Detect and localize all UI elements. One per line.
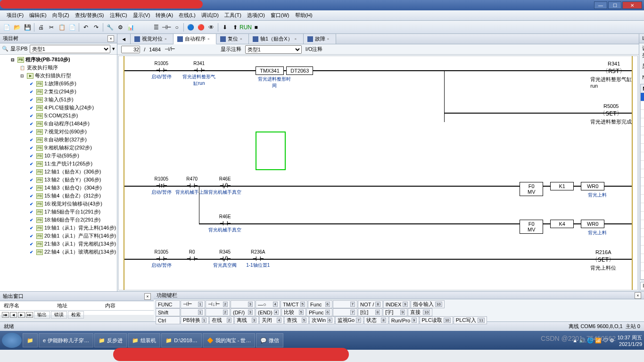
filter-icon[interactable]: 🔍 xyxy=(2,46,8,52)
comment-type-select[interactable]: 类型1 xyxy=(245,45,302,54)
panel-close-icon[interactable]: × xyxy=(107,35,114,42)
contact-icon[interactable]: ⊣⊢ xyxy=(162,23,171,32)
tree-item-8[interactable]: ✔PB9:相机轴标定(292步) xyxy=(1,144,116,152)
menu-options[interactable]: 选项(O) xyxy=(244,12,268,19)
func-key-2-0[interactable]: Ctrl xyxy=(156,316,180,324)
func-key-1-5[interactable]: 比较5 xyxy=(281,308,306,316)
tree-scan-type[interactable]: ⊟▶每次扫描执行型 xyxy=(1,72,116,80)
dropdown-icon[interactable]: ▾ xyxy=(112,46,115,52)
func-key-0-1[interactable]: ⊣⊢1 xyxy=(181,300,205,308)
func-key-0-3[interactable]: 3 xyxy=(231,300,255,308)
tree-item-7[interactable]: ✔PB8:自动映射(327步) xyxy=(1,136,116,144)
func-key-1-7[interactable]: 7 xyxy=(333,308,357,316)
contact-r0[interactable]: R0⊣ ⊢ xyxy=(178,249,206,262)
io-row[interactable]: 50A1从站5轴故障 xyxy=(641,178,644,186)
menu-online[interactable]: 在线(L) xyxy=(176,12,198,19)
task-taobao[interactable]: 🔶 我的淘宝 - 世… xyxy=(203,333,256,347)
open-icon[interactable]: 📂 xyxy=(12,23,22,32)
tab-visual[interactable]: 视觉对位× xyxy=(131,34,173,44)
menu-window[interactable]: 窗口(W) xyxy=(268,12,292,19)
func-key-1-1[interactable]: 1 xyxy=(181,308,205,316)
func-key-0-0[interactable]: FUNC xyxy=(156,300,180,308)
tab-fault[interactable]: 故障× xyxy=(304,34,336,44)
func-key-1-6[interactable]: PFunc6 xyxy=(306,308,332,316)
tree-root[interactable]: ⊟PB程序块(PB-7810步) xyxy=(1,56,116,64)
output-first-icon[interactable]: ⏮ xyxy=(2,312,9,318)
tree-item-0[interactable]: ✔PB1:故障(695步) xyxy=(1,80,116,88)
func-key-1-9[interactable]: [字]9 xyxy=(383,308,407,316)
io-row[interactable]: 509玻璃相机1从站4轴故障 xyxy=(641,169,644,178)
io-row[interactable]: *50F胶带步进2从站4轴故障 xyxy=(641,220,644,229)
contact-r236a[interactable]: R236A⊣ ⊢1-1轴位置1 xyxy=(244,249,272,269)
tab-axis1[interactable]: 轴1（贴合X）× xyxy=(249,34,303,44)
io-row[interactable]: *500X轴故障 xyxy=(641,93,644,101)
func-f0mv[interactable]: F0 MV xyxy=(520,182,543,196)
func-key-2-3[interactable]: 离线3 xyxy=(234,316,259,324)
tab-auto[interactable]: 自动程序× xyxy=(173,34,216,44)
func-key-2-8[interactable]: 状态8 xyxy=(364,316,388,324)
funckey-close-icon[interactable]: × xyxy=(635,292,641,299)
func-key-2-2[interactable]: 在线2 xyxy=(209,316,234,324)
tree-item-11[interactable]: ✔PB12:轴1（贴合X）(306步) xyxy=(1,168,116,176)
project-tree[interactable]: ⊟PB程序块(PB-7810步) 📋更改执行顺序 ⊟▶每次扫描执行型 ✔PB1:… xyxy=(0,55,117,291)
tree-item-4[interactable]: ✔PB5:COM(251步) xyxy=(1,112,116,120)
copy-icon[interactable]: 📋 xyxy=(57,23,66,32)
func-key-0-9[interactable]: INDEX9 xyxy=(383,300,410,308)
io-row[interactable]: 5112从站6轴故障 xyxy=(641,237,644,246)
maximize-button[interactable]: ☐ xyxy=(608,1,621,9)
coil-icon[interactable]: ○ xyxy=(172,23,182,32)
contact-r470[interactable]: R470⊣ ⊢背光机械手上限 xyxy=(178,176,206,196)
monitor-icon[interactable]: 👁 xyxy=(206,23,216,32)
func-key-2-1[interactable]: PB转换1 xyxy=(181,316,209,324)
io-row[interactable]: *516背光机械手左上下异常 xyxy=(641,280,644,280)
io-row[interactable]: *503Z轴故障 xyxy=(641,118,644,127)
func-f0mv-2[interactable]: F0 MV xyxy=(520,220,543,234)
func-wr0-2[interactable]: WR0 xyxy=(581,220,604,228)
contact-r46e[interactable]: R46E⊣/⊢背光机械手真空 xyxy=(211,176,239,196)
io-row[interactable]: *515对位NG xyxy=(641,271,644,280)
step-pos-input[interactable] xyxy=(121,46,140,53)
func-k1[interactable]: K1 xyxy=(550,182,574,190)
tab-reset[interactable]: 复位× xyxy=(216,34,249,44)
func-key-2-5[interactable]: 查找5 xyxy=(284,316,309,324)
io-row[interactable]: 50B1从站6轴故障 xyxy=(641,186,644,195)
io-comment-label[interactable]: I/O注释 xyxy=(305,46,323,53)
tree-item-16[interactable]: ✔PB17:轴5贴合平台1(291步) xyxy=(1,208,116,216)
tree-item-13[interactable]: ✔PB14:轴3（贴合Q）(304步) xyxy=(1,184,116,192)
redo-icon[interactable]: ↷ xyxy=(91,23,101,32)
cut-icon[interactable]: ✂ xyxy=(47,23,56,32)
tool3-icon[interactable]: 📊 xyxy=(126,23,135,32)
menu-comment[interactable]: 注释(C) xyxy=(107,12,130,19)
tree-item-2[interactable]: ✔PB3:输入(51步) xyxy=(1,96,116,104)
io-row[interactable]: 5102从站5轴故障 xyxy=(641,229,644,237)
tree-item-21[interactable]: ✔PB22:轴4（从1）玻璃相机(134步) xyxy=(1,248,116,256)
func-key-1-8[interactable]: [位]8 xyxy=(358,308,382,316)
func-key-1-3[interactable]: (DF/)3 xyxy=(231,308,255,316)
io-row[interactable]: *512急停 xyxy=(641,246,644,254)
close-button[interactable]: ✕ xyxy=(622,1,642,9)
task-app1[interactable]: 📁 反步进 xyxy=(94,333,127,347)
func-key-0-8[interactable]: NOT /8 xyxy=(358,300,383,308)
func-key-2-11[interactable]: PLC写入11 xyxy=(454,316,487,324)
menu-debug[interactable]: 调试(D) xyxy=(198,12,222,19)
func-key-2-9[interactable]: Run/Pro9 xyxy=(389,316,419,324)
io-row[interactable]: *502Q轴故障 xyxy=(641,110,644,118)
tree-item-3[interactable]: ✔PB4:PLC链接输入(24步) xyxy=(1,104,116,112)
tree-item-15[interactable]: ✔PB16:视觉对位轴移动(43步) xyxy=(1,200,116,208)
print-icon[interactable]: 🖨 xyxy=(36,23,46,32)
task-wechat[interactable]: 💬 微信 xyxy=(256,333,283,347)
contact-r341[interactable]: R341⊣ ⊢背光进料整形气缸run xyxy=(185,61,213,87)
output-next-icon[interactable]: ► xyxy=(18,312,25,318)
task-app3[interactable]: 📁 D:\2018… xyxy=(161,333,202,347)
run-icon[interactable]: RUN xyxy=(241,23,250,32)
subbar-icon[interactable]: ⊣/⊢ xyxy=(165,46,175,52)
io-row[interactable]: *506背光上料1轴故障 xyxy=(641,144,644,152)
task-ie[interactable]: e 伊能静称儿子穿… xyxy=(39,333,93,347)
func-key-1-2[interactable]: 2 xyxy=(206,308,230,316)
io-row[interactable]: *507产品下料1从站2轴故障 xyxy=(641,152,644,161)
ladder-editor[interactable]: R1005⊣ ⊢启动/暂停 R341⊣ ⊢背光进料整形气缸run TMX341 … xyxy=(118,56,638,290)
tree-item-10[interactable]: ✔PB11:生产统计1(265步) xyxy=(1,160,116,168)
coil-rst-r341[interactable]: R341〈RST〉背光进料整形气缸run xyxy=(590,61,637,89)
menu-wizard[interactable]: 向导(Z) xyxy=(50,12,72,19)
download-icon[interactable]: ⬇ xyxy=(220,23,230,32)
